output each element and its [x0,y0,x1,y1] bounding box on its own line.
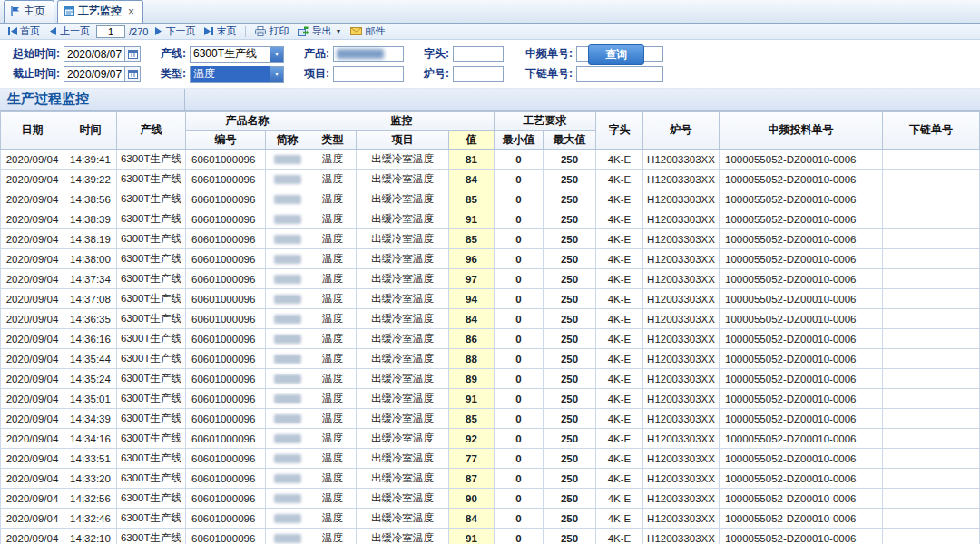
end-time-calendar-icon[interactable] [125,66,141,82]
furnace-input[interactable] [453,66,504,82]
cell-mf-order: 1000055052-DZ00010-0006 [720,170,883,189]
cell-type: 温度 [309,529,357,544]
cell-project: 出缓冷室温度 [357,209,449,229]
query-button[interactable]: 查询 [588,44,644,65]
filter-row-2: 截止时间: 类型: 温度 ▼ 项目: 炉号: 下链单号: [7,64,980,83]
header-line: 产线 [117,112,186,150]
type-select[interactable]: 温度 ▼ [190,66,284,83]
table-row[interactable]: 2020/09/0414:32:466300T生产线60601000096温度出… [1,509,980,529]
cell-line: 6300T生产线 [117,209,186,229]
cell-date: 2020/09/04 [1,209,64,229]
filter-panel: 起始时间: 产线: 6300T生产线 ▼ 产品: 字头: 中频单号: 截止时间: [0,40,980,89]
table-row[interactable]: 2020/09/0414:35:246300T生产线60601000096温度出… [1,369,980,389]
first-page-button[interactable]: 首页 [5,24,43,38]
start-time-calendar-icon[interactable] [125,46,141,62]
cell-mf-order: 1000055052-DZ00010-0006 [720,349,883,369]
cell-furnace: H12003303XX [643,469,720,489]
last-page-button[interactable]: 末页 [201,24,239,38]
cell-date: 2020/09/04 [1,449,64,469]
table-row[interactable]: 2020/09/0414:39:226300T生产线60601000096温度出… [1,170,980,189]
mail-button[interactable]: 邮件 [348,24,387,38]
cell-project: 出缓冷室温度 [357,249,449,269]
tab-home[interactable]: 主页 [4,0,54,23]
chain-order-input[interactable] [576,66,663,82]
table-row[interactable]: 2020/09/0414:35:446300T生产线60601000096温度出… [1,349,980,369]
type-select-arrow-icon[interactable]: ▼ [270,67,283,82]
cell-short-name [266,509,309,529]
cell-chain-order [883,529,980,544]
table-row[interactable]: 2020/09/0414:36:356300T生产线60601000096温度出… [1,309,980,329]
cell-time: 14:38:19 [64,229,117,249]
cell-mf-order: 1000055052-DZ00010-0006 [720,429,883,449]
cell-time: 14:39:22 [64,170,117,189]
table-row[interactable]: 2020/09/0414:37:086300T生产线60601000096温度出… [1,289,980,309]
cell-short-name [266,449,309,469]
cell-prefix: 4K-E [596,369,643,389]
cell-prefix: 4K-E [596,489,643,509]
cell-time: 14:32:46 [64,509,117,529]
end-time-input[interactable] [64,66,125,82]
cell-short-name [266,469,309,489]
export-button[interactable]: 导出 ▼ [295,24,344,38]
table-row[interactable]: 2020/09/0414:37:346300T生产线60601000096温度出… [1,269,980,289]
cell-time: 14:32:10 [64,529,117,544]
cell-prefix: 4K-E [596,449,643,469]
page-number-input[interactable] [96,25,125,38]
cell-line: 6300T生产线 [117,309,186,329]
cell-value: 94 [449,289,495,309]
cell-time: 14:34:16 [64,429,117,449]
table-row[interactable]: 2020/09/0414:32:106300T生产线60601000096温度出… [1,529,980,544]
cell-type: 温度 [309,170,357,189]
header-mf-order: 中频投料单号 [720,112,883,150]
prev-page-button[interactable]: 上一页 [46,24,93,38]
cell-min: 0 [495,489,544,509]
cell-type: 温度 [309,509,357,529]
print-button[interactable]: 打印 [252,24,291,38]
cell-date: 2020/09/04 [1,529,64,544]
export-label: 导出 [311,24,331,38]
table-row[interactable]: 2020/09/0414:38:006300T生产线60601000096温度出… [1,249,980,269]
cell-short-name [266,189,309,209]
table-row[interactable]: 2020/09/0414:36:166300T生产线60601000096温度出… [1,329,980,349]
line-select-arrow-icon[interactable]: ▼ [270,47,283,62]
next-page-button[interactable]: 下一页 [152,24,198,38]
line-select[interactable]: 6300T生产线 ▼ [190,46,284,63]
first-page-icon [8,27,17,35]
table-row[interactable]: 2020/09/0414:38:196300T生产线60601000096温度出… [1,229,980,249]
table-row[interactable]: 2020/09/0414:32:566300T生产线60601000096温度出… [1,489,980,509]
cell-code: 60601000096 [186,150,266,170]
page-title: 生产过程监控 [7,91,89,108]
table-row[interactable]: 2020/09/0414:38:566300T生产线60601000096温度出… [1,189,980,209]
table-row[interactable]: 2020/09/0414:33:516300T生产线60601000096温度出… [1,449,980,469]
cell-chain-order [883,289,980,309]
table-row[interactable]: 2020/09/0414:38:396300T生产线60601000096温度出… [1,209,980,229]
close-tab-icon[interactable]: × [128,5,134,18]
cell-max: 250 [544,170,596,189]
cell-max: 250 [544,389,596,409]
table-row[interactable]: 2020/09/0414:34:396300T生产线60601000096温度出… [1,409,980,429]
cell-max: 250 [544,209,596,229]
project-input[interactable] [333,66,404,82]
redacted-short-name [274,275,301,284]
cell-time: 14:36:16 [64,329,117,349]
product-input[interactable] [333,46,404,62]
cell-max: 250 [544,469,596,489]
table-row[interactable]: 2020/09/0414:35:016300T生产线60601000096温度出… [1,389,980,409]
tab-process-monitor[interactable]: 工艺监控 × [57,0,143,23]
cell-time: 14:38:00 [64,249,117,269]
start-time-input[interactable] [64,46,125,62]
table-row[interactable]: 2020/09/0414:39:416300T生产线60601000096温度出… [1,150,980,170]
cell-chain-order [883,369,980,389]
cell-time: 14:32:56 [64,489,117,509]
end-time-field [64,66,141,82]
cell-code: 60601000096 [186,389,266,409]
cell-max: 250 [544,349,596,369]
cell-line: 6300T生产线 [117,429,186,449]
cell-value: 89 [449,369,495,389]
table-row[interactable]: 2020/09/0414:34:166300T生产线60601000096温度出… [1,429,980,449]
cell-code: 60601000096 [186,329,266,349]
cell-value: 86 [449,329,495,349]
table-row[interactable]: 2020/09/0414:33:206300T生产线60601000096温度出… [1,469,980,489]
prefix-input[interactable] [453,46,504,62]
header-chain-order: 下链单号 [883,112,980,150]
